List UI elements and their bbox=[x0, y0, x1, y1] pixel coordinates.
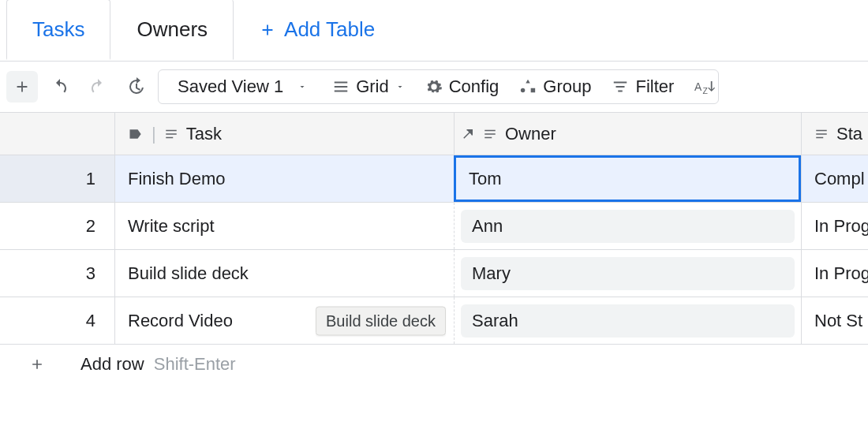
text-lines-icon bbox=[164, 127, 178, 141]
owner-chip: Mary bbox=[461, 257, 795, 290]
group-label: Group bbox=[543, 76, 591, 97]
caret-down-icon bbox=[395, 82, 405, 91]
table-row[interactable]: 3Build slide deckMaryIn Prog bbox=[0, 250, 868, 297]
toolbar-right-cluster: Saved View 1 Grid Config Group bbox=[158, 69, 719, 104]
table-row[interactable]: 2Write scriptAnnIn Prog bbox=[0, 203, 868, 250]
tab-tasks[interactable]: Tasks bbox=[6, 0, 110, 60]
saved-view-label: Saved View 1 bbox=[178, 76, 283, 97]
owner-chip: Tom bbox=[460, 164, 795, 194]
owner-chip: Ann bbox=[461, 210, 795, 243]
cell-task[interactable]: Finish Demo bbox=[114, 155, 454, 202]
text-lines-icon bbox=[483, 127, 497, 141]
insert-plus-button[interactable] bbox=[6, 71, 38, 103]
sort-button[interactable]: AZ bbox=[687, 69, 718, 104]
undo-icon bbox=[51, 77, 69, 96]
cell-task-text: Build slide deck bbox=[128, 263, 249, 284]
table-row[interactable]: 1Finish DemoTomCompl bbox=[0, 155, 868, 203]
cell-status-text: In Prog bbox=[814, 263, 868, 284]
add-row-hint: Shift-Enter bbox=[154, 354, 236, 375]
history-button[interactable] bbox=[120, 71, 152, 103]
column-status-label: Sta bbox=[836, 124, 862, 144]
svg-text:A: A bbox=[694, 80, 702, 93]
plus-icon bbox=[29, 356, 45, 372]
cell-status-text: Not St bbox=[814, 311, 862, 331]
cell-status[interactable]: In Prog bbox=[801, 203, 868, 249]
table-header-row: | Task Owner bbox=[0, 113, 868, 155]
cell-status-text: In Prog bbox=[814, 216, 868, 237]
tab-owners-label: Owners bbox=[137, 17, 208, 42]
cell-status-text: Compl bbox=[814, 169, 865, 189]
text-lines-icon bbox=[814, 127, 829, 141]
sort-az-icon: AZ bbox=[694, 78, 715, 95]
filter-button[interactable]: Filter bbox=[604, 69, 682, 104]
column-header-owner[interactable]: Owner bbox=[454, 113, 801, 155]
label-tag-icon bbox=[128, 126, 144, 142]
plus-icon bbox=[259, 21, 276, 39]
row-number: 4 bbox=[0, 297, 114, 344]
table-row[interactable]: 4Record VideoBuild slide deckSarahNot St bbox=[0, 297, 868, 345]
cell-task[interactable]: Write script bbox=[114, 203, 454, 249]
tab-tasks-label: Tasks bbox=[32, 17, 84, 42]
tooltip: Build slide deck bbox=[316, 306, 446, 335]
owner-chip: Sarah bbox=[461, 304, 795, 338]
group-icon bbox=[519, 78, 537, 95]
toolbar: Saved View 1 Grid Config Group bbox=[0, 62, 868, 112]
cell-owner[interactable]: Mary bbox=[454, 250, 801, 297]
cell-task-text: Record Video bbox=[128, 311, 233, 331]
tab-bar: Tasks Owners Add Table bbox=[0, 0, 868, 62]
history-icon bbox=[126, 77, 145, 96]
add-row[interactable]: Add row Shift-Enter bbox=[0, 345, 868, 384]
column-header-task[interactable]: | Task bbox=[114, 113, 454, 155]
tab-owners[interactable]: Owners bbox=[110, 0, 234, 60]
filter-label: Filter bbox=[635, 76, 674, 97]
link-arrow-icon bbox=[461, 127, 475, 141]
cell-owner[interactable]: Tom bbox=[454, 155, 801, 202]
column-header-status[interactable]: Sta bbox=[801, 113, 868, 155]
filter-icon bbox=[612, 78, 629, 95]
column-task-label: Task bbox=[186, 124, 222, 144]
gear-icon bbox=[425, 78, 443, 95]
config-button[interactable]: Config bbox=[417, 69, 507, 104]
row-number: 1 bbox=[0, 155, 114, 202]
row-number: 2 bbox=[0, 203, 114, 249]
grid-layout-button[interactable]: Grid bbox=[324, 69, 413, 104]
cell-status[interactable]: In Prog bbox=[801, 250, 868, 297]
cell-task[interactable]: Build slide deck bbox=[114, 250, 454, 297]
add-table-label: Add Table bbox=[284, 17, 375, 42]
cell-owner[interactable]: Ann bbox=[454, 203, 801, 249]
cell-task-text: Finish Demo bbox=[128, 169, 225, 189]
column-owner-label: Owner bbox=[505, 124, 556, 144]
caret-down-icon bbox=[297, 82, 307, 91]
undo-button[interactable] bbox=[44, 71, 76, 103]
cell-owner[interactable]: Sarah bbox=[454, 297, 801, 344]
saved-view-selector[interactable]: Saved View 1 bbox=[165, 69, 320, 104]
cell-task[interactable]: Record VideoBuild slide deck bbox=[114, 297, 454, 344]
grid-label: Grid bbox=[356, 76, 389, 97]
cell-status[interactable]: Compl bbox=[801, 155, 868, 202]
redo-icon bbox=[88, 77, 107, 96]
add-table-button[interactable]: Add Table bbox=[234, 0, 400, 60]
add-row-label: Add row bbox=[80, 354, 144, 375]
cell-status[interactable]: Not St bbox=[801, 297, 868, 344]
redo-button[interactable] bbox=[82, 71, 114, 103]
group-button[interactable]: Group bbox=[511, 69, 599, 104]
row-number-header bbox=[0, 113, 114, 155]
config-label: Config bbox=[449, 76, 499, 97]
table: | Task Owner bbox=[0, 112, 868, 384]
cell-task-text: Write script bbox=[128, 216, 215, 237]
row-number: 3 bbox=[0, 250, 114, 297]
svg-text:Z: Z bbox=[703, 87, 709, 95]
plus-icon bbox=[13, 78, 31, 95]
list-icon bbox=[332, 78, 350, 95]
